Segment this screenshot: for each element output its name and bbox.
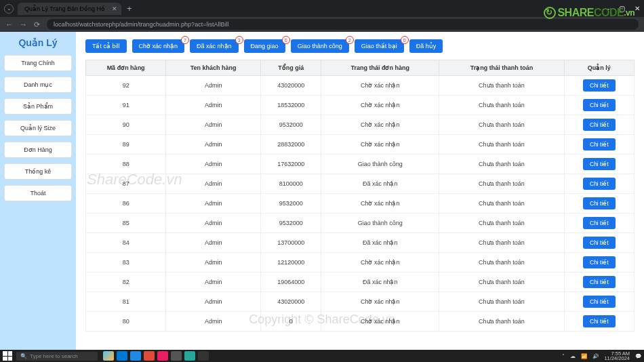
cell-pay_status: Chưa thanh toán [439,174,565,194]
detail-button[interactable]: Chi tiết [583,296,616,308]
cell-name: Admin [166,273,261,292]
sidebar-item-6[interactable]: Thoát [4,185,72,201]
address-bar[interactable]: localhost/watchstorephp/admin/trangchuad… [47,19,639,30]
cell-name: Admin [166,115,261,135]
taskbar-app-edge[interactable] [117,351,127,361]
taskbar-app-7[interactable] [184,351,195,361]
tray-sound-icon[interactable]: 🔊 [592,353,599,359]
filter-pill-1[interactable]: Chờ xác nhận [132,39,185,53]
taskbar-app-1[interactable] [103,351,114,361]
page-body: Quản Lý Trang ChínhDanh mụcSản PhẩmQuản … [0,32,644,350]
tray-wifi-icon[interactable]: 📶 [581,353,587,359]
detail-button[interactable]: Chi tiết [583,315,616,327]
filter-pill-0[interactable]: Tất cả bill [85,39,127,53]
cell-action: Chi tiết [564,194,634,214]
table-header-5: Quản lý [564,60,634,76]
chevron-down-icon: ⌄ [4,4,14,14]
logo-suffix: .vn [624,8,635,18]
cell-action: Chi tiết [564,76,634,96]
tray-date: 11/24/2024 [604,356,630,361]
cell-id: 88 [86,155,166,174]
cell-total: 18532000 [261,96,321,115]
table-header-3: Trang thái đơn hàng [321,60,439,76]
cell-id: 86 [86,194,166,214]
taskbar-app-chrome[interactable] [144,351,155,361]
cell-pay_status: Chưa thanh toán [439,312,565,331]
detail-button[interactable]: Chi tiết [583,158,616,170]
tab-title: Quản Lý Trang Bán Đồng Hồ [24,5,105,12]
cell-order_status: Giao thành công [321,214,439,233]
cell-order_status: Chờ xác nhận [321,194,439,214]
filter-badge-3: 0 [282,36,290,44]
cell-action: Chi tiết [564,233,634,253]
cell-order_status: Chờ xác nhận [321,76,439,96]
detail-button[interactable]: Chi tiết [583,276,616,288]
filter-pill-4[interactable]: Giao thành công [291,39,349,53]
tray-notifications-icon[interactable]: 💬 [635,353,641,359]
cell-id: 85 [86,214,166,233]
sidebar-item-0[interactable]: Trang Chính [4,55,72,71]
table-row: 90Admin9532000Chờ xác nhậnChưa thanh toá… [86,115,635,135]
cell-order_status: Chờ xác nhận [321,292,439,312]
tray-cloud-icon[interactable]: ☁ [570,353,576,359]
cell-total: 12120000 [261,253,321,273]
detail-button[interactable]: Chi tiết [583,217,616,229]
cell-order_status: Chờ xác nhận [321,135,439,155]
cell-id: 82 [86,273,166,292]
cell-pay_status: Chưa thanh toán [439,292,565,312]
detail-button[interactable]: Chi tiết [583,178,616,190]
detail-button[interactable]: Chi tiết [583,99,616,111]
cell-name: Admin [166,135,261,155]
filter-pill-3[interactable]: Đang giao [244,39,285,53]
filter-pill-5[interactable]: Giao thất bại [355,39,404,53]
cell-pay_status: Chưa thanh toán [439,135,565,155]
detail-button[interactable]: Chi tiết [583,79,616,92]
taskbar-app-vscode[interactable] [130,351,141,361]
detail-button[interactable]: Chi tiết [583,119,616,131]
taskbar-app-6[interactable] [171,351,182,361]
cell-pay_status: Chưa thanh toán [439,214,565,233]
sidebar-item-4[interactable]: Đơn Hàng [4,142,72,158]
cell-pay_status: Chưa thanh toán [439,233,565,253]
browser-toolbar: ← → ⟳ localhost/watchstorephp/admin/tran… [0,17,644,32]
browser-tab[interactable]: Quản Lý Trang Bán Đồng Hồ ✕ [18,3,121,15]
search-placeholder: Type here to search [30,353,78,359]
tray-chevron-icon[interactable]: ˄ [562,353,565,359]
sidebar-item-2[interactable]: Sản Phẩm [4,98,72,115]
new-tab-button[interactable]: + [127,3,132,14]
logo-swirl-icon [544,7,556,19]
detail-button[interactable]: Chi tiết [583,256,616,268]
detail-button[interactable]: Chi tiết [583,138,616,150]
tray-clock[interactable]: 7:55 AM 11/24/2024 [604,351,630,361]
sidebar-item-5[interactable]: Thống kê [4,163,72,180]
start-button[interactable] [3,351,12,361]
cell-total: 43020000 [261,292,321,312]
filter-wrap-2: Đã xác nhận3 [190,39,239,53]
tab-dropdown[interactable]: ⌄ [4,4,14,14]
cell-order_status: Chờ xác nhận [321,253,439,273]
filter-pill-2[interactable]: Đã xác nhận [190,39,239,53]
taskbar-apps [103,351,209,361]
taskbar-app-terminal[interactable] [198,351,209,361]
window-close-button[interactable]: ✕ [635,5,640,12]
taskbar-search[interactable]: 🔍 Type here to search [16,352,98,361]
cell-pay_status: Chưa thanh toán [439,115,565,135]
detail-button[interactable]: Chi tiết [583,237,616,249]
sidebar-item-3[interactable]: Quản lý Size [4,120,72,136]
nav-forward-icon[interactable]: → [20,20,27,28]
orders-table: Mã đơn hàngTen khách hàngTổng giáTrang t… [85,60,635,331]
nav-back-icon[interactable]: ← [5,20,13,28]
taskbar-app-5[interactable] [157,351,168,361]
filter-pill-6[interactable]: Đã hủy [409,39,443,53]
cell-total: 28832000 [261,135,321,155]
cell-id: 81 [86,292,166,312]
sidebar-item-1[interactable]: Danh mục [4,77,72,93]
table-row: 86Admin9532000Chờ xác nhậnChưa thanh toá… [86,194,635,214]
cell-action: Chi tiết [564,115,634,135]
nav-reload-icon[interactable]: ⟳ [34,20,40,29]
cell-order_status: Chờ xác nhận [321,96,439,115]
cell-id: 91 [86,96,166,115]
detail-button[interactable]: Chi tiết [583,197,616,209]
cell-id: 89 [86,135,166,155]
tab-close-icon[interactable]: ✕ [112,5,117,12]
